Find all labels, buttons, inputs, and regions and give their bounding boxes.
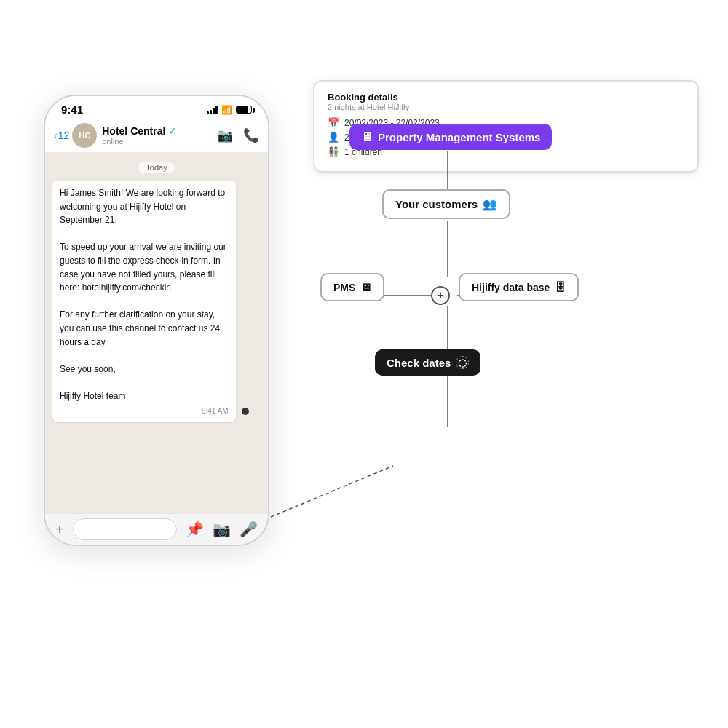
message-time: 9:41 AM <box>60 405 229 416</box>
status-time: 9:41 <box>61 103 83 116</box>
check-dates-node: Check dates ◌ <box>375 349 480 376</box>
adults-icon: 👤 <box>328 132 339 143</box>
hijiffy-icon: 🗄 <box>555 281 566 293</box>
chat-messages: Today Hi James Smith! We are looking for… <box>45 153 268 513</box>
contact-name: Hotel Central ✓ <box>102 125 217 137</box>
contact-info: Hotel Central ✓ online <box>102 125 217 146</box>
children-icon: 👫 <box>328 146 339 157</box>
check-dates-label: Check dates <box>387 357 451 369</box>
message-text: Hi James Smith! We are looking forward t… <box>60 186 229 403</box>
avatar: HC <box>72 123 97 148</box>
flow-diagram: 🖥 Property Management Systems Your custo… <box>313 80 699 590</box>
check-dates-icon: ◌ <box>456 356 469 369</box>
sticker-icon[interactable]: 📌 <box>186 521 204 538</box>
pms-small-icon: 🖥 <box>360 281 371 293</box>
back-count: 12 <box>58 130 70 141</box>
wifi-icon: 📶 <box>221 105 232 115</box>
booking-sub: 2 nights at Hotel HiJiffy <box>328 103 684 111</box>
status-icons: 📶 <box>207 105 252 115</box>
back-button[interactable]: ‹ 12 <box>54 130 69 141</box>
calendar-icon: 📅 <box>328 117 339 128</box>
mic-icon[interactable]: 🎤 <box>240 521 258 538</box>
video-call-icon[interactable]: 📷 <box>217 127 233 143</box>
date-label: Today <box>138 162 174 173</box>
add-icon[interactable]: + <box>55 521 64 538</box>
pms-small-node: PMS 🖥 <box>320 273 384 301</box>
hijiffy-node: Hijiffy data base 🗄 <box>459 273 579 301</box>
contact-status: online <box>102 137 217 146</box>
pms-small-label: PMS <box>333 282 355 293</box>
phone-mockup: 9:41 📶 ‹ 12 HC <box>44 95 269 546</box>
plus-circle: + <box>431 286 450 305</box>
pms-label: Property Management Systems <box>378 131 540 143</box>
chat-input-bar: + 📌 📷 🎤 <box>45 513 268 545</box>
voice-call-icon[interactable]: 📞 <box>243 127 259 143</box>
booking-title: Booking details <box>328 92 684 103</box>
hijiffy-label: Hijiffy data base <box>472 282 550 293</box>
camera-icon[interactable]: 📷 <box>213 521 231 538</box>
customers-label: Your customers <box>395 198 478 210</box>
status-bar: 9:41 📶 <box>45 96 268 119</box>
message-input[interactable] <box>73 518 177 540</box>
message-bubble: Hi James Smith! We are looking forward t… <box>52 181 236 422</box>
message-dot <box>242 408 249 415</box>
battery-icon <box>236 106 252 114</box>
pms-node: 🖥 Property Management Systems <box>349 124 552 150</box>
pms-icon: 🖥 <box>361 130 373 143</box>
signal-icon <box>207 106 218 114</box>
verified-icon: ✓ <box>168 126 176 137</box>
chat-header: ‹ 12 HC Hotel Central ✓ online 📷 📞 <box>45 119 268 153</box>
customers-node: Your customers 👥 <box>382 189 510 219</box>
customers-icon: 👥 <box>483 197 497 211</box>
chat-actions: 📷 📞 <box>217 127 259 143</box>
